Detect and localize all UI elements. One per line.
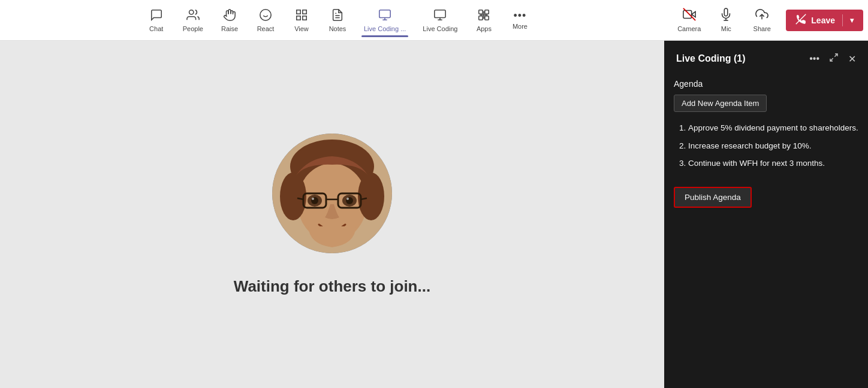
toolbar-live-coding-active-label: Live Coding ... (364, 25, 406, 32)
share-label: Share (754, 25, 771, 32)
raise-icon (223, 8, 236, 23)
people-icon (186, 8, 200, 23)
toolbar-view-label: View (294, 25, 309, 32)
live-coding-icon (433, 8, 447, 23)
more-icon: ••• (513, 10, 526, 21)
svg-point-40 (346, 198, 349, 200)
svg-point-36 (312, 198, 314, 200)
svg-line-45 (830, 58, 833, 61)
camera-button[interactable]: Camera (671, 4, 707, 36)
mic-button[interactable]: Mic (709, 4, 743, 36)
svg-rect-13 (435, 10, 445, 17)
toolbar-chat-label: Chat (149, 25, 163, 32)
svg-rect-18 (479, 10, 483, 13)
camera-label: Camera (677, 25, 701, 32)
agenda-item-1: Approve 5% dividend payment to sharehold… (688, 122, 858, 135)
toolbar-item-chat[interactable]: Chat (138, 5, 174, 36)
toolbar-item-apps[interactable]: Apps (466, 5, 502, 36)
svg-point-1 (260, 9, 271, 20)
waiting-text: Waiting for others to join... (234, 277, 430, 296)
share-icon (755, 8, 768, 24)
panel-title: Live Coding (1) (676, 53, 746, 64)
toolbar-item-live-coding[interactable]: Live Coding (414, 5, 466, 36)
svg-point-31 (280, 172, 306, 220)
leave-chevron-icon[interactable]: ▾ (850, 16, 854, 25)
toolbar-nav: Chat People Ra (5, 5, 671, 36)
svg-rect-7 (303, 16, 306, 19)
svg-rect-20 (479, 16, 483, 19)
toolbar-react-label: React (257, 25, 275, 32)
panel-content: Agenda Add New Agenda Item Approve 5% di… (664, 72, 868, 388)
mic-icon (719, 8, 733, 24)
agenda-item-3: Continue with WFH for next 3 months. (688, 157, 858, 170)
panel-close-button[interactable]: ✕ (846, 51, 858, 67)
svg-rect-5 (303, 10, 306, 13)
view-icon (295, 8, 308, 23)
panel-controls: ••• ✕ (807, 50, 858, 67)
mic-label: Mic (721, 25, 731, 32)
toolbar-right-controls: Camera Mic Share (671, 4, 863, 36)
agenda-label: Agenda (674, 79, 858, 89)
agenda-list: Approve 5% dividend payment to sharehold… (674, 122, 858, 170)
publish-agenda-button[interactable]: Publish Agenda (674, 187, 752, 208)
panel-more-button[interactable]: ••• (807, 51, 822, 66)
svg-rect-6 (297, 16, 300, 19)
leave-label: Leave (811, 16, 835, 25)
side-panel: Live Coding (1) ••• ✕ Agenda Add New Age… (664, 41, 868, 388)
toolbar-more-label: More (513, 23, 528, 30)
share-button[interactable]: Share (745, 4, 779, 36)
toolbar-item-view[interactable]: View (284, 5, 320, 36)
agenda-item-2: Increase research budget by 10%. (688, 140, 858, 153)
panel-popout-button[interactable] (827, 50, 841, 67)
avatar (272, 134, 392, 253)
svg-line-44 (834, 54, 837, 57)
toolbar-item-raise[interactable]: Raise (212, 5, 248, 36)
svg-rect-4 (297, 10, 300, 13)
toolbar: Chat People Ra (0, 0, 868, 41)
toolbar-item-live-coding-active[interactable]: Live Coding ... (355, 5, 414, 36)
leave-divider (842, 14, 843, 26)
camera-icon (683, 8, 696, 24)
live-coding-active-icon (378, 8, 391, 23)
svg-rect-19 (485, 10, 489, 13)
panel-header: Live Coding (1) ••• ✕ (664, 41, 868, 72)
toolbar-item-react[interactable]: React (248, 5, 284, 36)
toolbar-item-notes[interactable]: Notes (320, 5, 355, 36)
add-agenda-button[interactable]: Add New Agenda Item (674, 95, 767, 112)
svg-point-0 (189, 10, 193, 14)
toolbar-notes-label: Notes (329, 25, 346, 32)
toolbar-item-more[interactable]: ••• More (502, 7, 538, 34)
video-area: Waiting for others to join... (0, 41, 664, 388)
toolbar-raise-label: Raise (221, 25, 238, 32)
react-icon (259, 8, 272, 23)
notes-icon (331, 8, 344, 23)
toolbar-people-label: People (183, 25, 203, 32)
main-area: Waiting for others to join... Live Codin… (0, 41, 868, 388)
toolbar-live-coding-label: Live Coding (423, 25, 457, 32)
apps-icon (477, 8, 490, 23)
leave-button[interactable]: Leave ▾ (786, 10, 863, 31)
toolbar-item-people[interactable]: People (174, 5, 212, 36)
chat-icon (150, 8, 163, 23)
svg-rect-10 (379, 10, 390, 17)
toolbar-apps-label: Apps (477, 25, 492, 32)
svg-rect-21 (485, 16, 489, 19)
leave-phone-icon (795, 14, 806, 26)
svg-point-32 (358, 172, 384, 220)
